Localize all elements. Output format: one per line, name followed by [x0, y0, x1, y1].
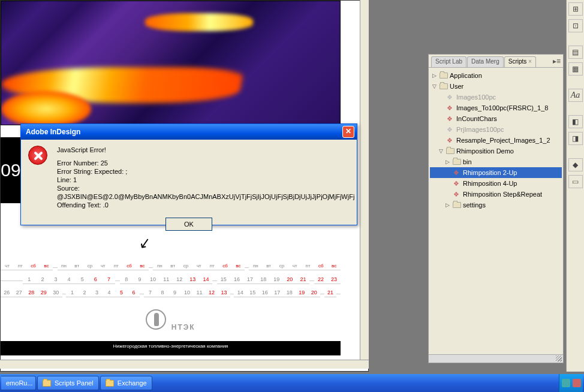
cal-header-cell: сб [219, 262, 232, 270]
tree-images100pc[interactable]: Images100pc [430, 92, 562, 102]
cal-header-cell: пт [110, 262, 123, 270]
panel-menu-icon[interactable]: ▸≡ [553, 57, 561, 65]
cal-header-cell [149, 265, 153, 268]
right-toolbar: ⊞ ⊡ ▤ ▦ Aa ◧ ◨ ◆ ▭ [566, 0, 584, 372]
year-band: 09 [1, 137, 21, 203]
cal-header-cell: пн [58, 262, 71, 270]
cal-header-cell [245, 265, 249, 268]
tree-rhimposition-step-repeat[interactable]: Rhimposition Step&Repeat [430, 189, 562, 200]
script-icon [453, 169, 460, 176]
cal-day-cell [1, 278, 5, 281]
cal-day-cell: 30 [50, 288, 62, 297]
tree-prjimages100pc[interactable]: PrjImages100pc [430, 124, 562, 135]
cal-day-cell: 21 [324, 288, 337, 297]
panel-button-2[interactable]: ⊡ [568, 19, 583, 32]
cal-day-cell: 11 [159, 275, 173, 284]
panel-button-5[interactable]: ◧ [568, 115, 583, 128]
cal-day-cell: 9 [133, 275, 146, 284]
cal-day-cell: 26 [1, 288, 13, 297]
cal-day-cell [62, 291, 67, 294]
folder-icon [453, 202, 461, 208]
cal-day-cell: 8 [156, 288, 169, 297]
cal-day-cell: 18 [283, 288, 296, 297]
tree-resample[interactable]: Resample_Project_Images_1_2 [430, 135, 562, 146]
system-tray[interactable] [559, 374, 583, 392]
dialog-close-button[interactable]: ✕ [342, 126, 354, 138]
cal-day-cell: 5 [76, 275, 89, 284]
panel-resize-handle[interactable] [429, 354, 563, 363]
twisty-open-icon[interactable] [431, 83, 438, 89]
cal-day-cell: 1 [66, 288, 79, 297]
tree-application[interactable]: Application [430, 70, 562, 81]
cal-day-cell: 8 [120, 275, 133, 284]
taskbar-item-scripts-panel[interactable]: Scripts Panel [37, 376, 99, 390]
taskbar-item-emory[interactable]: emoRu... [1, 376, 36, 390]
character-panel-icon[interactable]: Aa [568, 89, 583, 102]
cal-header-cell: вт [262, 262, 275, 270]
tree-label: Images_To100pc(FRSRC)_1_8 [456, 104, 548, 111]
cal-header-cell: сб [123, 262, 136, 270]
cal-day-cell: 19 [296, 288, 308, 297]
cal-day-cell: 10 [146, 275, 159, 284]
cal-day-cell: 21 [296, 275, 309, 284]
tree-rhimposition-demo[interactable]: Rhimposition Demo [430, 146, 562, 156]
tab-script-label[interactable]: Script Lab [431, 56, 466, 67]
taskbar-item-exchange[interactable]: Exchange [100, 376, 152, 390]
twisty-closed-icon[interactable] [444, 202, 451, 208]
cal-day-cell: 16 [258, 288, 271, 297]
panel-button-8[interactable]: ▭ [568, 175, 583, 188]
tray-icon[interactable] [562, 379, 570, 387]
cal-day-cell: 7 [102, 275, 115, 284]
footer-divider [1, 352, 341, 355]
cal-header-cell: вс [327, 262, 341, 270]
twisty-closed-icon[interactable] [444, 159, 451, 165]
tab-data-merge[interactable]: Data Merg [467, 56, 504, 67]
error-offending: Offending Text: .0 [57, 201, 354, 209]
cal-header-cell: вс [40, 262, 53, 270]
folder-icon [446, 148, 454, 154]
cal-day-cell: 17 [271, 288, 284, 297]
tree-label: Images100pc [456, 94, 496, 101]
tree-label: Application [450, 72, 482, 79]
cal-day-cell: 12 [206, 288, 218, 297]
cal-header-cell: ср [179, 262, 192, 270]
canvas-scrollbar-vertical[interactable] [360, 0, 369, 360]
tree-bin[interactable]: bin [430, 156, 562, 167]
cal-day-cell [140, 291, 144, 294]
taskbar-label: emoRu... [6, 379, 33, 387]
tree-rhimposition-4up[interactable]: Rhimposition 4-Up [430, 178, 562, 189]
tree-incountchars[interactable]: InCountChars [430, 113, 562, 124]
tree-label: User [450, 83, 463, 90]
tray-icon[interactable] [573, 379, 581, 387]
tree-rhimposition-2up[interactable]: Rhimposition 2-Up [430, 167, 562, 178]
tab-scripts[interactable]: Scripts [504, 56, 536, 67]
cal-header-cell [53, 265, 57, 268]
cal-day-cell: 18 [257, 275, 270, 284]
cal-day-cell: 6 [128, 288, 140, 297]
tree-settings[interactable]: settings [430, 200, 562, 210]
ok-button[interactable]: OK [165, 218, 212, 231]
cal-day-cell: 13 [218, 288, 230, 297]
panel-button-3[interactable]: ▤ [568, 46, 583, 59]
cal-day-cell: 4 [62, 275, 76, 284]
year-fragment: 09 [1, 160, 20, 180]
cal-day-cell: 6 [89, 275, 102, 284]
panel-button-4[interactable]: ▦ [568, 62, 583, 76]
dialog-titlebar[interactable]: Adobe InDesign ✕ [21, 124, 357, 140]
canvas-scrollbar-horizontal[interactable] [0, 360, 369, 369]
panel-button-1[interactable]: ⊞ [568, 2, 583, 16]
cal-day-cell: 22 [314, 275, 327, 284]
company-logo-icon [146, 309, 166, 330]
tree-user[interactable]: User [430, 81, 562, 92]
cal-header-cell: сб [27, 262, 40, 270]
tree-images-to100[interactable]: Images_To100pc(FRSRC)_1_8 [430, 102, 562, 113]
twisty-closed-icon[interactable] [431, 73, 438, 79]
panel-button-6[interactable]: ◨ [568, 132, 583, 145]
cal-day-cell: 23 [327, 275, 341, 284]
cal-day-cell [336, 291, 341, 294]
folder-icon [43, 380, 51, 387]
panel-button-7[interactable]: ◆ [568, 158, 583, 171]
script-icon [453, 191, 460, 198]
script-icon [447, 126, 454, 133]
twisty-open-icon[interactable] [438, 148, 444, 154]
